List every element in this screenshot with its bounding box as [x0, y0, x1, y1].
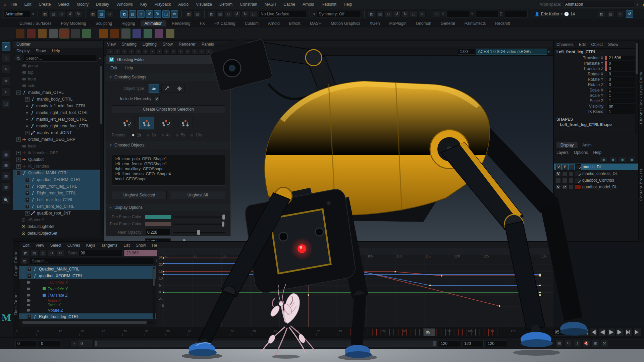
maya-home-icon[interactable]: ⌂	[3, 2, 6, 7]
preset-radio-1s[interactable]: 1s	[131, 133, 141, 137]
select-hierarchy-icon[interactable]: ◩	[89, 10, 97, 18]
shadows-toggle-icon[interactable]: ▫	[234, 49, 240, 55]
outliner-item-mantis_left_mid_foot_ctrl[interactable]: mantis_left_mid_foot_CTRL	[13, 103, 103, 109]
menu-arnold[interactable]: Arnold	[303, 2, 314, 7]
time-editor-shortcut-icon[interactable]	[110, 29, 119, 38]
point-constraint-icon[interactable]	[143, 29, 153, 38]
panel-menu-lighting[interactable]: Lighting	[143, 42, 157, 47]
layer-tab-anim[interactable]: Anim	[578, 142, 595, 148]
region-tool-icon[interactable]: ↺	[48, 249, 55, 257]
layer-row-quadbot_controls[interactable]: quadbot_Controls	[554, 177, 638, 184]
outliner-item-right_rear_leg_ctrl[interactable]: +Right_rear_leg_CTRL	[13, 190, 103, 196]
toggle-outliner-icon[interactable]: ◩	[598, 10, 605, 18]
menu-modify[interactable]: Modify	[77, 2, 89, 7]
outliner-item-mantis_main_ctrl[interactable]: -mantis_main_CTRL	[13, 89, 103, 96]
menu-playback[interactable]: Playback	[155, 2, 171, 7]
ghost-selected-icon[interactable]	[60, 29, 69, 38]
shelf-tab-animation[interactable]: Animation	[141, 20, 166, 26]
ghosted-object-item[interactable]: left_rear_femur_GEOShape1	[115, 162, 222, 167]
outliner-item-persp[interactable]: persp	[13, 62, 103, 69]
menu-create[interactable]: Create	[39, 2, 51, 7]
outliner-item-left_rear_leg_ctrl[interactable]: +Left_rear_leg_CTRL	[13, 196, 103, 203]
graph-tree-translate-z[interactable]: Translate Z	[19, 292, 156, 298]
z-input[interactable]	[505, 11, 528, 17]
include-hierarchy-checkbox[interactable]: ✓	[155, 96, 160, 101]
ghosting-settings-header[interactable]: ▾ Ghosting Settings	[106, 73, 230, 81]
go-to-end-button[interactable]	[633, 328, 641, 336]
layer-texture-toggle[interactable]	[569, 165, 574, 170]
layer-visibility-toggle[interactable]: V	[556, 171, 561, 176]
workspace-select[interactable]: Animation	[563, 1, 634, 8]
camera-attributes-icon[interactable]: ▫	[121, 49, 127, 55]
subframe-field[interactable]: 0	[78, 340, 92, 347]
undo-icon[interactable]: ↺	[66, 10, 74, 18]
pre-frame-color-swatch[interactable]	[145, 215, 171, 219]
graph-filter-icon[interactable]: ⧉	[21, 258, 28, 264]
outliner-search-chevron-icon[interactable]: ▾	[99, 56, 101, 61]
shelf-tab-general[interactable]: General	[437, 20, 459, 26]
xray-mode-icon[interactable]: ▫	[262, 49, 268, 55]
lock-workspace-icon[interactable]: 🔒	[642, 2, 644, 7]
channel-scale-z[interactable]: Scale Z1	[554, 98, 638, 104]
x-input[interactable]	[446, 11, 469, 17]
shelf-tab-xgen[interactable]: XGen	[366, 20, 384, 26]
post-frame-slider[interactable]	[173, 224, 225, 225]
field-chart-icon[interactable]: ▫	[184, 49, 191, 55]
ghosting-titlebar[interactable]: M Ghosting Editor — □ ×	[106, 55, 230, 64]
outliner-item-mantis_root_joint[interactable]: +mantis_root_JOINT	[13, 129, 103, 136]
shelf-tab-rigging[interactable]: Rigging	[117, 20, 139, 26]
channel-visibility[interactable]: Visibilityon	[554, 104, 638, 109]
outliner-scrollbar[interactable]	[100, 64, 103, 237]
snap-curve-icon[interactable]: ▤	[129, 10, 136, 18]
channel-box-object-title[interactable]: Left_front_leg_CTRL . . .	[554, 49, 638, 55]
go-to-start-button[interactable]	[572, 328, 580, 336]
render-settings-icon[interactable]: ↺	[393, 10, 400, 18]
shaded-mode-icon[interactable]: ▫	[213, 49, 219, 55]
script-editor-icon[interactable]: ▣	[592, 340, 599, 347]
expand-toggle[interactable]: +	[27, 274, 32, 278]
outliner-item-left_front_leg_ctrl[interactable]: +Left_front_leg_CTRL	[13, 203, 103, 210]
next-key-button[interactable]	[625, 328, 633, 336]
panel-menu-view[interactable]: View	[107, 42, 116, 47]
expand-toggle[interactable]: +	[25, 211, 30, 216]
near-opacity-slider[interactable]	[173, 232, 225, 233]
user-chevron-icon[interactable]: ▾	[560, 12, 562, 16]
outliner-item-ik_handles[interactable]: +IK_Handles	[13, 163, 103, 170]
construction-history-3-icon[interactable]: ◇	[225, 10, 232, 18]
menu-display[interactable]: Display	[96, 2, 109, 7]
layer-menu-help[interactable]: Help	[593, 150, 601, 155]
outliner-item-quadbot[interactable]: +Quadbot	[13, 156, 103, 163]
layer-row-quadbot_model_dl[interactable]: VPquadbot_model_DL	[554, 184, 638, 190]
toggle-channel-box-icon[interactable]: ↺	[626, 10, 633, 18]
grease-pencil-icon[interactable]: ▫	[149, 49, 156, 55]
move-tool[interactable]: ✥	[2, 76, 10, 85]
menu-visualize[interactable]: Visualize	[196, 2, 212, 7]
rotate-tool[interactable]: ↻	[2, 88, 10, 97]
graph-menu-tangents[interactable]: Tangents	[101, 243, 118, 248]
construction-history-1-icon[interactable]: ◩	[208, 10, 215, 18]
preset-radio-5s[interactable]: 5s	[175, 133, 185, 137]
symmetry-chevron-icon[interactable]: ▾	[313, 12, 315, 16]
shelf-tab-curves-surfaces[interactable]: Curves / Surfaces	[15, 20, 55, 26]
outliner-menu-display[interactable]: Display	[16, 49, 30, 53]
channel-box-menu-show[interactable]: Show	[608, 42, 618, 47]
shelf-tab-rendering[interactable]: Rendering	[168, 20, 194, 26]
shelf-tab-fx[interactable]: FX	[196, 20, 209, 26]
graph-tree-rotate-y[interactable]: Rotate Y	[19, 303, 156, 307]
shelf-tab-painteffects[interactable]: PaintEffects	[461, 20, 490, 26]
playback-start-field[interactable]: 0	[39, 340, 60, 347]
ipr-render-icon[interactable]: ◇	[385, 10, 392, 18]
graph-menu-keys[interactable]: Keys	[86, 243, 95, 248]
expand-toggle[interactable]: +	[25, 178, 30, 182]
outliner-item-mantis_left_rear_foot_ctrl[interactable]: mantis_left_rear_foot_CTRL	[13, 116, 103, 123]
channel-value-field[interactable]: 0	[607, 82, 638, 87]
graph-menu-list[interactable]: List	[123, 243, 130, 248]
user-name[interactable]: Eric Keller	[541, 12, 559, 16]
scene-end-field[interactable]: 120	[486, 340, 507, 347]
outliner-filter-icon[interactable]: ⧉	[15, 55, 22, 62]
snap-help-icon[interactable]: ⊚	[171, 10, 178, 18]
close-icon[interactable]: ×	[225, 57, 228, 62]
select-object-icon[interactable]: ▤	[98, 10, 105, 18]
channel-value-field[interactable]: 0	[607, 77, 638, 82]
2d-pan-zoom-icon[interactable]: ▫	[142, 49, 149, 55]
